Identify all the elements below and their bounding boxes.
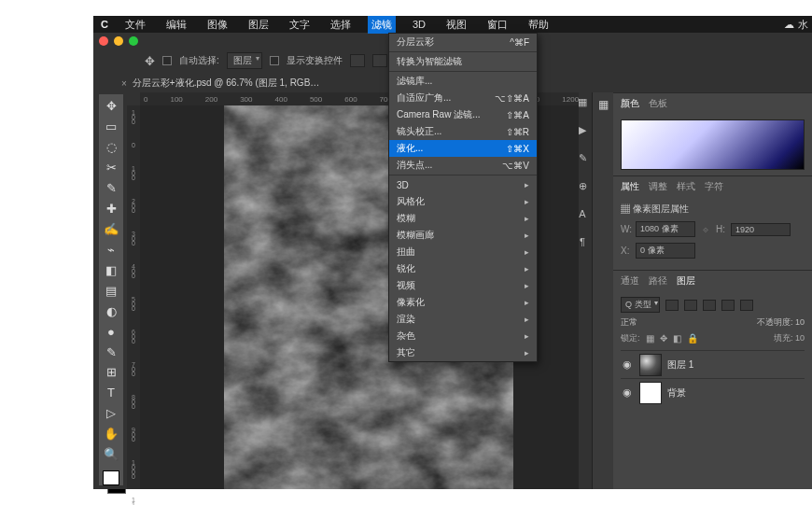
menu-filter-gallery[interactable]: 滤镜库... [389,73,537,90]
tool-brush[interactable]: ✍ [101,221,121,238]
auto-select-target[interactable]: 图层 [227,52,262,69]
menu-render[interactable]: 渲染▸ [389,311,537,328]
tab-color[interactable]: 颜色 [621,97,639,110]
menu-window[interactable]: 窗口 [483,16,511,34]
close-window-icon[interactable] [99,36,108,46]
tool-eyedropper[interactable]: ✎ [101,180,121,197]
panel-icon-para[interactable]: ¶ [577,232,588,251]
panel-icon-add[interactable]: ⊕ [577,176,588,195]
menu-layer[interactable]: 图层 [245,16,273,34]
tool-text[interactable]: T [101,385,121,401]
tool-hand[interactable]: ✋ [101,426,121,442]
menu-vanishing-point[interactable]: 消失点...⌥⌘V [389,157,537,174]
menu-sharpen[interactable]: 锐化▸ [389,260,537,277]
tab-layers[interactable]: 图层 [677,274,695,288]
tab-paths[interactable]: 路径 [649,274,667,288]
menu-view[interactable]: 视图 [442,16,470,34]
tool-stamp[interactable]: ⌁ [101,241,121,258]
menu-noise[interactable]: 杂色▸ [389,328,537,344]
menu-3d[interactable]: 3D▸ [389,176,537,193]
menu-adaptive-wide[interactable]: 自适应广角...⌥⇧⌘A [389,90,537,106]
layer-filter-5[interactable] [740,300,753,311]
close-tab-icon[interactable]: × [121,78,127,89]
tab-styles[interactable]: 样式 [677,180,695,193]
menu-pixelate[interactable]: 像素化▸ [389,294,537,311]
align-icon-2[interactable] [372,54,387,67]
color-ramp[interactable] [621,119,805,170]
document-tab[interactable]: × 分层云彩+液化.psd @ 66.7% (图层 1, RGB… [121,74,319,92]
tool-marquee[interactable]: ▭ [101,119,121,135]
layer-filter-kind[interactable]: Q 类型 [621,297,660,313]
tab-channels[interactable]: 通道 [621,274,639,288]
menu-camera-raw[interactable]: Camera Raw 滤镜...⇧⌘A [389,106,537,123]
w-field[interactable]: 1080 像素 [636,221,695,237]
tool-move[interactable]: ✥ [101,98,121,115]
tab-character[interactable]: 字符 [705,180,723,193]
auto-select-checkbox[interactable] [162,56,172,65]
layer-name[interactable]: 图层 1 [667,358,693,372]
panel-icon-char[interactable]: A [577,204,588,223]
menu-edit[interactable]: 编辑 [162,16,190,34]
menu-image[interactable]: 图像 [203,16,231,34]
menu-convert-smart[interactable]: 转换为智能滤镜 [389,53,537,70]
menu-blur[interactable]: 模糊▸ [389,210,537,227]
tool-lasso[interactable]: ◌ [101,139,121,156]
blend-mode[interactable]: 正常 [621,316,686,329]
tool-path[interactable]: ▷ [101,405,121,422]
panel-icon-brush[interactable]: ✎ [577,148,588,167]
layer-row[interactable]: ◉ 背景 [621,378,805,406]
layer-filter-1[interactable] [665,300,679,311]
tab-properties[interactable]: 属性 [621,180,639,193]
lock-pixels-icon[interactable]: ▦ [646,333,654,344]
menu-select[interactable]: 选择 [327,16,355,34]
menu-filter[interactable]: 滤镜 [368,16,396,34]
layer-thumb[interactable] [639,382,662,404]
lock-artboard-icon[interactable]: ◧ [673,333,681,344]
opacity-value[interactable]: 10 [795,317,805,327]
show-transform-checkbox[interactable] [270,56,279,65]
panel-icon-nav[interactable]: ▶ [577,120,588,139]
h-field[interactable]: 1920 [731,223,791,236]
tool-crop[interactable]: ✂ [101,160,121,176]
link-wh-icon[interactable]: ⟐ [699,224,712,234]
x-field[interactable]: 0 像素 [636,243,695,259]
fill-value[interactable]: 10 [795,333,805,343]
tool-blur[interactable]: ● [101,323,121,340]
menu-file[interactable]: 文件 [121,16,149,34]
tool-zoom[interactable]: 🔍 [101,446,121,463]
menu-help[interactable]: 帮助 [525,16,553,34]
layer-row[interactable]: ◉ 图层 1 [621,350,805,378]
visibility-icon[interactable]: ◉ [621,386,634,399]
tab-swatches[interactable]: 色板 [649,97,667,110]
menu-distort[interactable]: 扭曲▸ [389,244,537,260]
menu-stylize[interactable]: 风格化▸ [389,193,537,210]
menu-blur-gallery[interactable]: 模糊画廊▸ [389,227,537,244]
layer-filter-3[interactable] [703,300,716,311]
tool-gradient[interactable]: ▤ [101,282,121,299]
menu-other[interactable]: 其它▸ [389,344,537,361]
menu-type[interactable]: 文字 [286,16,314,34]
tab-adjustments[interactable]: 调整 [649,180,667,193]
color-swatches[interactable] [103,470,119,485]
layer-filter-4[interactable] [721,300,735,311]
tool-pen[interactable]: ✎ [101,344,121,360]
lock-position-icon[interactable]: ✥ [660,333,667,344]
layer-filter-2[interactable] [684,300,697,311]
tool-eraser[interactable]: ◧ [101,261,121,278]
align-icon-1[interactable] [350,54,365,67]
tool-heal[interactable]: ✚ [101,201,121,217]
menu-last-filter[interactable]: 分层云彩^⌘F [389,34,537,50]
minimize-window-icon[interactable] [114,36,123,46]
lock-all-icon[interactable]: 🔒 [687,333,698,344]
menu-video[interactable]: 视频▸ [389,277,537,294]
menu-3d[interactable]: 3D [409,17,429,32]
zoom-window-icon[interactable] [129,36,138,46]
tool-rect[interactable]: ⊞ [101,364,121,381]
menu-liquify[interactable]: 液化...⇧⌘X [389,140,537,157]
layer-name[interactable]: 背景 [667,386,686,400]
menu-lens-correction[interactable]: 镜头校正...⇧⌘R [389,123,537,140]
layer-thumb[interactable] [639,354,662,376]
tool-dodge[interactable]: ◐ [101,302,121,319]
panel-strip-icon[interactable]: ▦ [598,98,609,111]
visibility-icon[interactable]: ◉ [621,358,634,371]
